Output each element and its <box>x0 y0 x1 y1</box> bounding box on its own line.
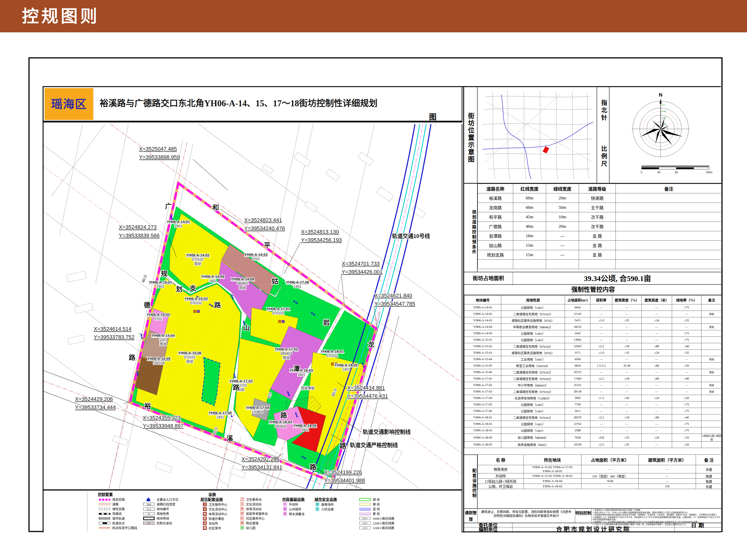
table-row: 地块编号用地性质占地面积(m²)容积率建筑密度（%）建筑高度（米）绿地率（%）备… <box>464 295 722 304</box>
legend-item-label: 避难场所 <box>321 502 334 507</box>
220KV高压线路-icon: 220KV <box>359 522 371 525</box>
table-cell <box>701 343 722 350</box>
scale-tick: 0 <box>641 171 642 174</box>
table-row: YH06-A-14-05公园绿地（1401）1642———≥75 <box>464 330 722 337</box>
table-cell: 现状 <box>701 369 722 376</box>
table-header-cell: 绿线宽度 <box>546 184 579 193</box>
legend-item-label: 公共厕所 <box>289 507 301 511</box>
table-cell: — <box>642 427 672 434</box>
scale-label: 比例尺 <box>599 145 608 168</box>
page-title: 控规图则 <box>22 7 100 26</box>
table-cell: 工业用地（1001） <box>501 356 565 363</box>
general-rules-text: 建筑退让、日照间距、停车位配置、消防间距等指标按照《合肥市控制性详细规划通则》及… <box>478 509 575 524</box>
table-row: 裕溪路60m20m快速路 <box>478 193 722 203</box>
table-header-cell: 所在地块 <box>524 455 582 465</box>
table-cell: ≥40 <box>672 376 701 382</box>
coordinate-label: X=3524614.514 <box>94 326 131 332</box>
map-note: 现状保留 <box>301 386 315 390</box>
plan-map-svg: YH06-A-14-011401YH06-A-14-02070102现状YH06… <box>44 124 462 489</box>
table-cell: ≤80 <box>642 376 672 382</box>
雨水调蓄池-icon: 雨 <box>283 512 287 516</box>
table-header-cell: 建筑面积（平方米） <box>639 455 696 465</box>
轨道站点-icon <box>99 522 110 525</box>
table-header-cell: 建筑高度（米） <box>642 295 672 304</box>
table-cell: — <box>582 465 639 473</box>
table-cell: 22762 <box>565 421 590 427</box>
table-cell: 物管用房 <box>478 465 524 473</box>
table-cell: ≤35 <box>612 350 642 356</box>
legend-item-label: 体育活动中心 <box>209 511 227 516</box>
table-cell: — <box>642 337 672 343</box>
控制点坐标-icon: X/Y <box>143 522 155 525</box>
parcel-code-label: YH06-A-18-04 <box>269 420 292 424</box>
coordinate-label: Y=39533783.752 <box>94 334 134 340</box>
table-cell: — <box>546 241 579 250</box>
table-cell: 28138 <box>565 389 590 395</box>
table-cell: — <box>612 356 642 363</box>
table-cell: 32943 <box>565 343 590 350</box>
legend-item: 城市轨道 <box>99 516 137 521</box>
table-row: YH06-A-18-04幼儿园用地（080404）7658≤0.8≤35≤24≥… <box>464 434 722 442</box>
table-cell: YH06-A-18-04 <box>524 479 582 484</box>
table-cell: 现状 <box>701 356 722 363</box>
parcel-code-label: YH06-A-17-02 <box>275 347 298 351</box>
parcel-code-label: YH06-A-18-01 <box>321 349 344 353</box>
弹性支路-icon <box>99 508 110 510</box>
table-cell: YH06-A-15-01 <box>464 337 501 343</box>
table-cell: 和平路 <box>478 212 513 222</box>
special-control-item: 3. 绿色建筑等相关指标按实施期执行的有关文件落实（海绵城市、生态环境、小区安全… <box>593 514 721 516</box>
special-control-item: 2. 结合YH06-A-17-05、YH06-A-18-02两处公园绿地建设体育… <box>593 511 721 514</box>
scale-tick: 40 <box>658 171 660 174</box>
legend-col-safety: 避避难场所防人防设施 <box>315 502 334 511</box>
table-cell: — <box>612 408 642 415</box>
table-cell: 35-40 <box>612 363 642 369</box>
table-header-cell: 占地面积（平方米） <box>582 455 639 465</box>
parcel-code-label: YH06-A-14-05 <box>201 274 224 278</box>
道路-icon <box>99 503 110 505</box>
table-header-cell: 容积率 <box>590 295 612 304</box>
table-cell: 1642 <box>565 330 590 337</box>
legend-item: 体体育活动站 <box>240 506 268 511</box>
legend-item-label: 地块界线 <box>157 516 169 521</box>
legend-divider <box>87 492 87 532</box>
legend-item-label: 城市轨道 <box>112 516 125 521</box>
table-cell: ≥40 <box>672 343 701 350</box>
110KV高压线路-icon: 110KV <box>359 526 371 529</box>
table-cell <box>701 330 722 337</box>
legend-item: 黄 线 <box>359 502 394 506</box>
table-cell: — <box>642 408 672 415</box>
legend-item: 开开闭所 <box>283 502 305 507</box>
legend-item-label: 物业管理 <box>246 521 258 526</box>
legend-item-label: 街道办事处 <box>209 516 224 521</box>
table-cell: — <box>590 382 612 389</box>
block-area-label: 街坊占地面积 <box>464 272 513 285</box>
table-cell: 12班幼儿园+3班托班 <box>701 434 722 442</box>
legend-item-label: 黄 线 <box>373 502 380 506</box>
table-cell: 快速路 <box>579 193 616 203</box>
table-row: YH06-A-18-05商务金融用地（0902）10339≤2.5≤35—≥20 <box>464 442 722 448</box>
coordinate-label: Y=39534547.785 <box>375 301 415 307</box>
table-cell: ≥20 <box>672 363 701 369</box>
legend-item-label: 社区菜市 <box>209 526 221 530</box>
table-cell: 31143 <box>565 311 590 317</box>
table-row: 公厕、环卫驿站YH06-A-18-02—150合建 <box>478 484 722 489</box>
table-cell: — <box>590 427 612 434</box>
table-header-cell: 备注 <box>701 295 722 304</box>
location-minimap <box>478 87 597 184</box>
table-cell <box>701 427 722 434</box>
svg-text:0.03: 0.03 <box>662 123 666 126</box>
parcel-attr-label: 现状 <box>160 342 166 346</box>
parcel-code-label: YH06-A-15-03 <box>147 313 170 317</box>
table-cell: 公园绿地（1401） <box>501 304 565 311</box>
parcel-code-label: YH06-A-18-02 <box>334 363 358 367</box>
table-cell: 裕溪路 <box>478 193 513 203</box>
table-cell: ≤18 <box>612 376 642 382</box>
coordinate-label: Y=39534240.476 <box>244 225 285 232</box>
table-cell: YH06-A-15-03 <box>464 350 501 356</box>
control-line-label: 轨道交通10号线 <box>392 233 430 239</box>
facilities-side-label: 配套设施控制 <box>464 454 478 508</box>
table-cell: ≤35 <box>612 434 642 442</box>
table-cell: — <box>639 465 696 473</box>
special-control-item: 1. 各地块出入口具体位置深宽可结合项目方案进一步明确。 <box>593 509 721 511</box>
legend-group-header: 控制要素 <box>98 491 113 497</box>
